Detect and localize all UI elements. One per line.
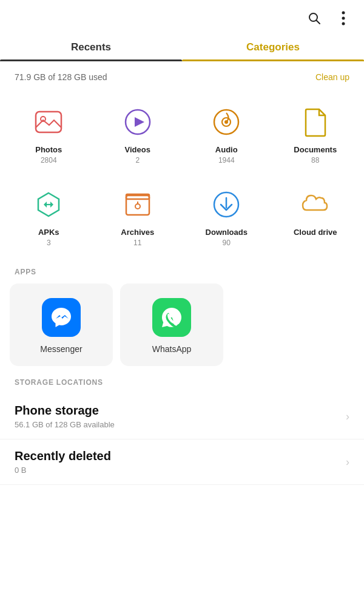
category-downloads[interactable]: Downloads 90 <box>185 179 268 256</box>
category-apks[interactable]: APKs 3 <box>7 179 90 256</box>
downloads-count: 90 <box>223 239 231 247</box>
messenger-icon <box>42 298 81 337</box>
app-messenger[interactable]: Messenger <box>10 283 113 366</box>
videos-label: Videos <box>125 145 150 154</box>
recently-deleted-info: Recently deleted 0 B <box>15 449 111 475</box>
documents-count: 88 <box>311 156 319 164</box>
recently-deleted-item[interactable]: Recently deleted 0 B › <box>0 439 364 485</box>
videos-count: 2 <box>135 156 140 164</box>
svg-rect-14 <box>126 194 149 199</box>
tab-recents[interactable]: Recents <box>0 33 182 61</box>
category-archives[interactable]: Archives 11 <box>96 179 180 256</box>
app-whatsapp[interactable]: WhatsApp <box>120 283 223 366</box>
header <box>0 0 364 33</box>
storage-used-text: 71.9 GB of 128 GB used <box>15 72 107 82</box>
downloads-label: Downloads <box>206 228 248 237</box>
archives-count: 11 <box>133 239 141 247</box>
downloads-icon <box>209 188 243 222</box>
cloud-drive-label: Cloud drive <box>294 228 337 237</box>
apks-icon <box>32 188 66 222</box>
svg-line-1 <box>317 21 320 24</box>
search-icon[interactable] <box>306 10 323 27</box>
phone-storage-item[interactable]: Phone storage 56.1 GB of 128 GB availabl… <box>0 394 364 439</box>
audio-icon <box>209 105 243 139</box>
category-videos[interactable]: Videos 2 <box>96 97 180 173</box>
category-audio[interactable]: Audio 1944 <box>185 97 268 173</box>
tab-bar: Recents Categories <box>0 33 364 61</box>
categories-grid: Photos 2804 Videos 2 Audio 1944 <box>0 90 364 256</box>
phone-storage-info: Phone storage 56.1 GB of 128 GB availabl… <box>15 404 115 429</box>
whatsapp-icon <box>152 298 191 337</box>
cleanup-button[interactable]: Clean up <box>315 72 349 82</box>
svg-marker-8 <box>135 117 144 127</box>
messenger-label: Messenger <box>40 344 82 354</box>
photos-label: Photos <box>35 145 62 154</box>
recently-deleted-title: Recently deleted <box>15 449 111 463</box>
more-options-icon[interactable] <box>335 10 352 27</box>
svg-point-11 <box>224 120 228 124</box>
svg-point-3 <box>342 17 345 20</box>
audio-count: 1944 <box>218 156 235 164</box>
apps-section-label: APPS <box>0 256 364 283</box>
phone-storage-title: Phone storage <box>15 404 115 418</box>
apps-grid: Messenger WhatsApp <box>0 283 364 366</box>
archives-icon <box>121 188 155 222</box>
svg-point-4 <box>342 22 345 25</box>
photos-count: 2804 <box>41 156 57 164</box>
recently-deleted-chevron: › <box>346 456 349 469</box>
phone-storage-subtitle: 56.1 GB of 128 GB available <box>15 420 115 429</box>
tab-categories[interactable]: Categories <box>182 33 364 61</box>
documents-icon <box>298 105 332 139</box>
category-documents[interactable]: Documents 88 <box>274 97 357 173</box>
videos-icon <box>121 105 155 139</box>
storage-locations-label: STORAGE LOCATIONS <box>0 366 364 394</box>
phone-storage-chevron: › <box>346 410 349 423</box>
storage-info: 71.9 GB of 128 GB used Clean up <box>0 61 364 90</box>
archives-label: Archives <box>121 228 154 237</box>
apks-count: 3 <box>47 239 51 247</box>
svg-point-2 <box>342 12 345 15</box>
cloud-drive-icon <box>298 188 332 222</box>
recently-deleted-subtitle: 0 B <box>15 466 111 475</box>
documents-label: Documents <box>294 145 337 154</box>
category-cloud-drive[interactable]: Cloud drive <box>274 179 357 256</box>
audio-label: Audio <box>215 145 238 154</box>
svg-point-15 <box>135 204 140 209</box>
whatsapp-label: WhatsApp <box>152 344 192 354</box>
apks-label: APKs <box>38 228 59 237</box>
category-photos[interactable]: Photos 2804 <box>7 97 90 173</box>
svg-rect-5 <box>36 112 61 132</box>
photos-icon <box>32 105 66 139</box>
